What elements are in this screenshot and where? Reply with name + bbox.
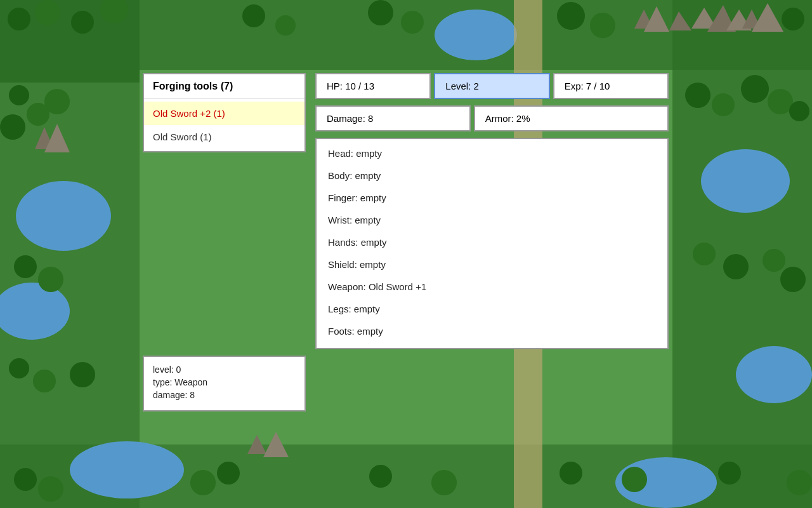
svg-point-59 xyxy=(780,267,806,292)
svg-point-52 xyxy=(712,93,735,116)
svg-point-61 xyxy=(38,476,63,502)
svg-point-38 xyxy=(401,11,424,34)
svg-point-69 xyxy=(787,470,812,495)
second-stats-row: Damage: 8 Armor: 2% xyxy=(315,105,669,131)
top-stats-row: HP: 10 / 13 Level: 2 Exp: 7 / 10 xyxy=(315,73,669,99)
svg-point-56 xyxy=(693,243,716,265)
svg-point-31 xyxy=(8,8,30,30)
svg-point-51 xyxy=(685,83,710,108)
damage-box: Damage: 8 xyxy=(315,105,471,131)
equip-slot-hands[interactable]: Hands: empty xyxy=(328,237,656,248)
svg-point-37 xyxy=(368,0,393,25)
svg-point-40 xyxy=(590,13,615,38)
svg-point-11 xyxy=(435,10,517,60)
svg-point-35 xyxy=(242,4,265,27)
svg-point-66 xyxy=(560,462,582,485)
equip-slot-wrist[interactable]: Wrist: empty xyxy=(328,215,656,225)
svg-point-48 xyxy=(9,358,29,378)
svg-point-42 xyxy=(0,114,25,140)
svg-point-63 xyxy=(190,470,216,495)
svg-point-58 xyxy=(763,249,785,272)
equip-slot-finger[interactable]: Finger: empty xyxy=(328,192,656,203)
svg-point-16 xyxy=(70,441,184,498)
svg-point-44 xyxy=(9,85,29,105)
exp-label: Exp: 7 / 10 xyxy=(565,81,610,91)
inventory-item-0[interactable]: Old Sword +2 (1) xyxy=(144,102,304,125)
svg-point-14 xyxy=(701,149,790,213)
inventory-panel[interactable]: Forging tools (7) Old Sword +2 (1) Old S… xyxy=(143,73,306,152)
svg-point-39 xyxy=(557,2,585,30)
svg-point-36 xyxy=(275,15,296,36)
svg-point-45 xyxy=(44,89,70,114)
item-damage: damage: 8 xyxy=(153,390,296,400)
armor-box: Armor: 2% xyxy=(474,105,669,131)
svg-point-62 xyxy=(217,462,240,485)
equip-slot-weapon[interactable]: Weapon: Old Sword +1 xyxy=(328,281,656,292)
svg-point-49 xyxy=(33,370,56,392)
inventory-items-list: Old Sword +2 (1) Old Sword (1) xyxy=(144,99,304,151)
svg-point-64 xyxy=(369,465,392,488)
svg-point-57 xyxy=(723,254,749,279)
equip-slot-shield[interactable]: Shield: empty xyxy=(328,259,656,270)
level-box: Level: 2 xyxy=(434,73,549,99)
svg-point-47 xyxy=(38,267,63,292)
item-level: level: 0 xyxy=(153,364,296,375)
equip-slot-body[interactable]: Body: empty xyxy=(328,170,656,181)
svg-point-50 xyxy=(70,362,95,387)
svg-point-55 xyxy=(789,101,809,121)
level-label: Level: 2 xyxy=(445,81,479,91)
svg-point-67 xyxy=(622,467,647,492)
equip-slot-head[interactable]: Head: empty xyxy=(328,148,656,159)
svg-point-68 xyxy=(718,462,741,485)
svg-point-15 xyxy=(736,346,812,403)
svg-point-32 xyxy=(35,0,60,25)
svg-point-65 xyxy=(431,470,457,495)
hp-box: HP: 10 / 13 xyxy=(315,73,431,99)
item-detail-panel: level: 0 type: Weapon damage: 8 xyxy=(143,356,306,411)
damage-label: Damage: 8 xyxy=(327,113,373,124)
svg-point-33 xyxy=(71,11,94,34)
hp-label: HP: 10 / 13 xyxy=(327,81,374,91)
svg-point-12 xyxy=(16,181,111,251)
equipment-panel: Head: empty Body: empty Finger: empty Wr… xyxy=(315,138,669,349)
exp-box: Exp: 7 / 10 xyxy=(553,73,669,99)
equip-slot-legs[interactable]: Legs: empty xyxy=(328,304,656,314)
equip-slot-foots[interactable]: Foots: empty xyxy=(328,326,656,337)
inventory-title: Forging tools (7) xyxy=(144,74,304,99)
svg-point-41 xyxy=(782,8,804,30)
inventory-item-1[interactable]: Old Sword (1) xyxy=(144,125,304,149)
svg-point-54 xyxy=(768,89,793,114)
armor-label: Armor: 2% xyxy=(485,113,530,124)
stats-panel: HP: 10 / 13 Level: 2 Exp: 7 / 10 Damage:… xyxy=(315,73,669,349)
item-type: type: Weapon xyxy=(153,377,296,387)
svg-point-53 xyxy=(741,75,769,103)
svg-point-60 xyxy=(14,468,37,491)
svg-point-46 xyxy=(14,255,37,278)
